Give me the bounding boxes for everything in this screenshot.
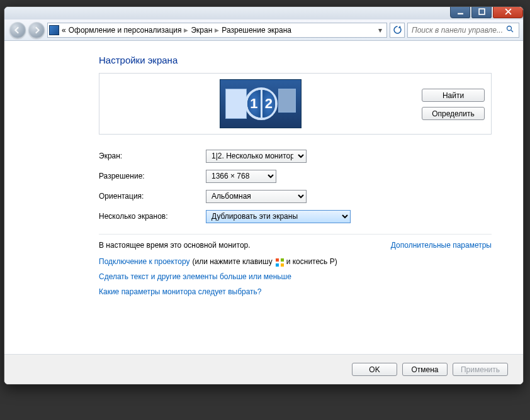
nav-forward-button[interactable] [28,22,45,38]
maximize-button[interactable] [471,6,492,18]
orientation-label: Ориентация: [99,192,206,201]
primary-monitor-status: В настоящее время это основной монитор. [99,241,251,250]
search-icon [506,25,514,35]
nav-back-button[interactable] [9,22,26,38]
multiple-displays-select[interactable]: Дублировать эти экраны [206,210,351,223]
projector-hint-2: и коснитесь P) [286,257,337,266]
svg-rect-0 [458,13,463,14]
address-bar[interactable]: « Оформление и персонализация ▶ Экран ▶ … [47,23,387,38]
which-settings-link[interactable]: Какие параметры монитора следует выбрать… [99,287,492,296]
divider [99,234,492,235]
control-panel-window: « Оформление и персонализация ▶ Экран ▶ … [4,6,524,385]
display-select[interactable]: 1|2. Несколько мониторов [206,150,307,163]
settings-form: Экран: 1|2. Несколько мониторов Разрешен… [99,146,492,226]
projector-link[interactable]: Подключение к проектору [99,257,190,266]
breadcrumb-item-3[interactable]: Разрешение экрана [222,26,291,35]
breadcrumb-item-1[interactable]: Оформление и персонализация [69,26,182,35]
cancel-button[interactable]: Отмена [402,363,448,376]
windows-key-icon [275,258,284,265]
navbar: « Оформление и персонализация ▶ Экран ▶ … [4,19,523,41]
chevron-right-icon[interactable]: ▶ [215,27,219,33]
minimize-button[interactable] [450,6,470,18]
multiple-displays-label: Несколько экранов: [99,212,206,221]
display-1-indicator: 1 [247,90,262,118]
svg-line-3 [511,30,513,32]
search-input[interactable] [410,25,506,35]
breadcrumb-item-2[interactable]: Экран [191,26,212,35]
titlebar[interactable] [4,7,523,19]
refresh-button[interactable] [390,23,405,38]
detect-button[interactable]: Найти [422,89,485,102]
search-box[interactable] [407,23,519,38]
identify-button[interactable]: Определить [422,107,485,120]
resolution-label: Разрешение: [99,172,206,180]
svg-point-2 [507,26,512,31]
close-button[interactable] [493,6,523,18]
dialog-button-bar: OK Отмена Применить [4,354,523,384]
projector-hint-1: (или нажмите клавишу [193,257,273,266]
content-area: Настройки экрана 1 2 Найти Определить [11,45,517,354]
display-2-indicator: 2 [262,90,276,118]
advanced-settings-link[interactable]: Дополнительные параметры [391,241,492,250]
apply-button: Применить [453,363,508,376]
address-dropdown[interactable]: ▾ [375,26,385,35]
control-panel-icon [49,25,59,35]
display-preview-panel: 1 2 Найти Определить [99,73,492,135]
ok-button[interactable]: OK [352,363,397,376]
resolution-select[interactable]: 1366 × 768 [206,170,276,183]
display-label: Экран: [99,152,206,160]
breadcrumb-root[interactable]: « [62,26,66,35]
chevron-right-icon[interactable]: ▶ [184,27,188,33]
page-title: Настройки экрана [99,55,492,65]
svg-rect-1 [479,9,485,14]
monitor-preview[interactable]: 1 2 [106,79,415,128]
orientation-select[interactable]: Альбомная [206,190,307,203]
text-size-link[interactable]: Сделать текст и другие элементы больше и… [99,272,492,281]
